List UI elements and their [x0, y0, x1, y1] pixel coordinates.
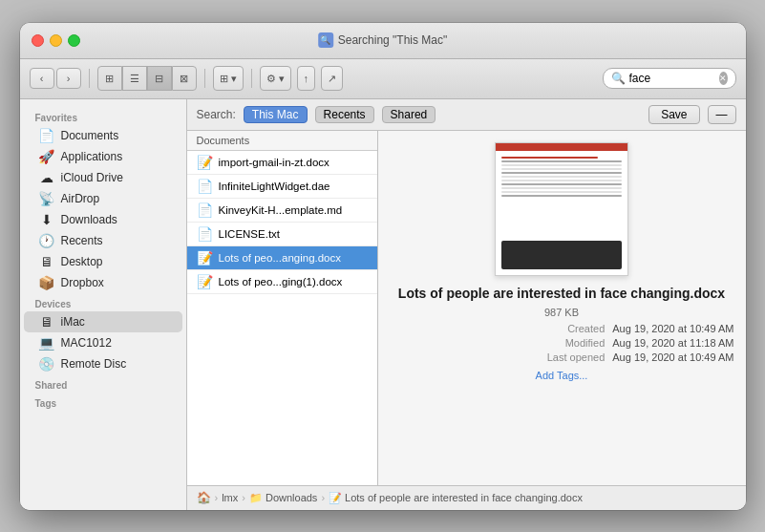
sidebar: Favorites 📄 Documents 🚀 Applications ☁ i…: [20, 99, 187, 510]
file-item-kinvey[interactable]: 📄 KinveyKit-H...emplate.md: [187, 199, 377, 223]
sidebar-item-label: Desktop: [61, 255, 103, 268]
sidebar-item-desktop[interactable]: 🖥 Desktop: [24, 251, 182, 272]
sidebar-item-icloud-drive[interactable]: ☁ iCloud Drive: [24, 167, 182, 188]
doc-line: [501, 164, 622, 166]
breadcrumb-item-file[interactable]: 📝 Lots of people are interested in face …: [329, 492, 583, 504]
title-icon: 🔍: [318, 32, 333, 48]
mac1012-icon: 💻: [39, 335, 54, 351]
doc-header-bar: [496, 143, 627, 151]
desktop-icon: 🖥: [39, 254, 54, 269]
doc-line: [501, 180, 622, 181]
search-filter-bar: Search: This Mac Recents Shared Save —: [187, 99, 746, 131]
sidebar-item-label: Documents: [61, 129, 119, 142]
breadcrumb-item-downloads[interactable]: 📁 Downloads: [249, 492, 317, 504]
sidebar-item-documents[interactable]: 📄 Documents: [24, 125, 182, 146]
remote-disc-icon: 💿: [39, 356, 54, 372]
dae-icon: 📄: [197, 179, 213, 194]
file-area: Documents 📝 import-gmail-in-zt.docx 📄 In…: [187, 131, 746, 485]
save-search-button[interactable]: Save: [648, 105, 699, 124]
last-opened-row: Last opened Aug 19, 2020 at 10:49 AM: [390, 351, 734, 363]
maximize-button[interactable]: [68, 34, 80, 47]
sidebar-item-dropbox[interactable]: 📦 Dropbox: [24, 272, 182, 293]
doc-line: [501, 168, 622, 170]
search-icon: 🔍: [611, 72, 626, 85]
search-box[interactable]: 🔍 ✕: [603, 68, 736, 89]
applications-icon: 🚀: [39, 149, 54, 164]
title-bar: 🔍 Searching "This Mac": [20, 23, 746, 59]
view-buttons: ⊞ ☰ ⊟ ⊠: [97, 66, 197, 91]
dropbox-icon: 📦: [39, 275, 54, 290]
sidebar-item-imac[interactable]: 🖥 iMac: [24, 311, 182, 332]
breadcrumb-label: Downloads: [266, 492, 317, 503]
sidebar-item-mac1012[interactable]: 💻 MAC1012: [24, 332, 182, 353]
this-mac-pill[interactable]: This Mac: [244, 106, 308, 123]
last-opened-label: Last opened: [528, 351, 605, 363]
view-gallery-button[interactable]: ⊠: [172, 66, 197, 91]
file-item-import-gmail[interactable]: 📝 import-gmail-in-zt.docx: [187, 151, 377, 175]
share-button[interactable]: ↑: [297, 66, 316, 91]
sidebar-item-label: iCloud Drive: [61, 171, 123, 184]
sidebar-item-airdrop[interactable]: 📡 AirDrop: [24, 188, 182, 209]
file-item-lots-of-people[interactable]: 📝 Lots of peo...anging.docx: [187, 246, 377, 270]
sidebar-item-applications[interactable]: 🚀 Applications: [24, 146, 182, 167]
add-tags-button[interactable]: Add Tags...: [536, 370, 588, 381]
shared-pill[interactable]: Shared: [382, 106, 436, 123]
tags-label: Tags: [20, 393, 186, 411]
view-icon-button[interactable]: ⊞: [97, 66, 122, 91]
back-button[interactable]: ‹: [30, 68, 54, 89]
breadcrumb-label: Lots of people are interested in face ch…: [345, 492, 583, 503]
file-item-name: InfiniteLightWidget.dae: [219, 181, 330, 192]
search-clear-button[interactable]: ✕: [719, 72, 728, 85]
groupby-button[interactable]: ⊞ ▾: [213, 66, 244, 91]
view-column-button[interactable]: ⊟: [147, 66, 172, 91]
recents-icon: 🕐: [39, 233, 54, 248]
recents-pill[interactable]: Recents: [315, 106, 374, 123]
hide-button[interactable]: —: [708, 105, 736, 124]
preview-panel: Lots of people are interested in face ch…: [378, 131, 746, 485]
traffic-lights: [32, 34, 80, 47]
doc-line: [501, 187, 622, 189]
doc-line: [501, 176, 622, 178]
txt-icon: 📄: [197, 226, 213, 242]
imac-icon: 🖥: [39, 314, 54, 330]
file-item-name: Lots of peo...anging.docx: [219, 252, 342, 264]
arrange-button[interactable]: ↗: [321, 66, 343, 91]
doc-line: [501, 172, 622, 174]
sidebar-item-remote-disc[interactable]: 💿 Remote Disc: [24, 353, 182, 374]
file-item-lots-of-people-1[interactable]: 📝 Lots of peo...ging(1).docx: [187, 270, 377, 294]
minimize-button[interactable]: [50, 34, 62, 47]
modified-row: Modified Aug 19, 2020 at 11:18 AM: [390, 337, 734, 349]
file-list-header: Documents: [187, 131, 377, 151]
breadcrumb-bar: 🏠 › lmx › 📁 Downloads › 📝 Lots of people…: [187, 485, 746, 510]
forward-button[interactable]: ›: [56, 68, 81, 89]
home-icon: 🏠: [197, 491, 211, 504]
file-item-infinite-light[interactable]: 📄 InfiniteLightWidget.dae: [187, 175, 377, 199]
separator-2: [204, 69, 205, 88]
doc-line: [501, 195, 622, 197]
sidebar-item-downloads[interactable]: ⬇ Downloads: [24, 209, 182, 230]
finder-window: 🔍 Searching "This Mac" ‹ › ⊞ ☰ ⊟ ⊠ ⊞ ▾ ⚙…: [20, 23, 746, 510]
sidebar-item-label: Downloads: [61, 213, 117, 226]
breadcrumb-item-lmx[interactable]: lmx: [222, 492, 238, 503]
sidebar-item-label: AirDrop: [61, 192, 100, 205]
doc-line: [501, 157, 598, 159]
airdrop-icon: 📡: [39, 191, 54, 206]
toolbar: ‹ › ⊞ ☰ ⊟ ⊠ ⊞ ▾ ⚙ ▾ ↑ ↗ 🔍 ✕: [20, 59, 746, 99]
sidebar-item-label: Dropbox: [61, 276, 104, 289]
last-opened-value: Aug 19, 2020 at 10:49 AM: [612, 351, 733, 363]
modified-value: Aug 19, 2020 at 11:18 AM: [612, 337, 733, 349]
search-input[interactable]: [629, 72, 715, 85]
sidebar-item-recents[interactable]: 🕐 Recents: [24, 230, 182, 251]
share-icon: ↑: [304, 73, 309, 84]
action-button[interactable]: ⚙ ▾: [260, 66, 291, 91]
docx-icon-3: 📝: [197, 274, 213, 289]
file-item-license[interactable]: 📄 LICENSE.txt: [187, 223, 377, 246]
file-item-name: Lots of peo...ging(1).docx: [219, 276, 343, 287]
separator-3: [251, 69, 252, 88]
sidebar-item-label: Remote Disc: [61, 357, 127, 371]
view-list-button[interactable]: ☰: [122, 66, 147, 91]
close-button[interactable]: [32, 34, 44, 47]
sidebar-item-label: MAC1012: [61, 336, 112, 350]
folder-icon: 📁: [249, 492, 263, 504]
file-item-name: LICENSE.txt: [219, 228, 281, 240]
